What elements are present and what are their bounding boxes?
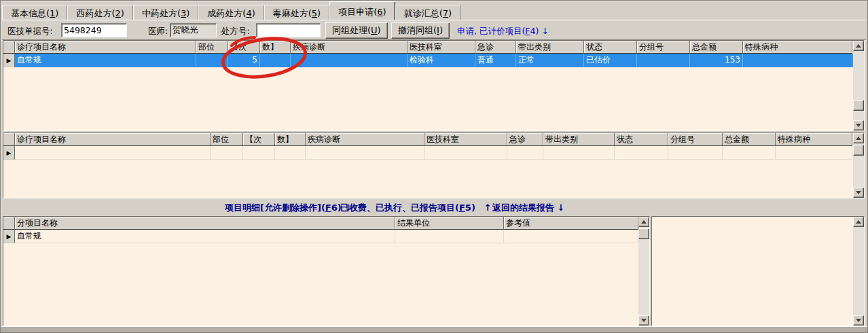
row-marker-cell[interactable]: ▶ [3,146,15,160]
grid-header-cell[interactable]: 部位 [211,133,243,146]
grid-cell[interactable] [668,146,723,160]
scrollbar-thumb[interactable] [853,145,864,156]
applying-items-grid[interactable]: 诊疗项目名称部位【次数】疾病诊断医技科室急诊带出类别状态分组号总金额特殊病种▶ [3,133,865,198]
grid-cell[interactable]: 血常规 [15,230,395,243]
grid-row[interactable]: ▶血常规 [3,230,649,243]
grid-header-cell[interactable]: 医技科室 [424,133,507,146]
grid-header-cell[interactable]: 疾病诊断 [306,133,424,146]
rx-no-label: 处方号: [221,26,250,37]
detail-section-label[interactable]: 项目明细[允许删除操作](F6) ↓ [225,202,352,214]
grid-cell[interactable] [196,54,228,67]
grid-cell[interactable] [211,146,243,160]
doctor-field[interactable] [170,23,217,37]
grid-header-cell[interactable]: 特殊病种 [743,41,852,54]
grid-header-cell[interactable]: 数】 [275,133,306,146]
grid-header-cell[interactable]: 部位 [196,41,228,54]
scroll-up-button[interactable] [853,217,864,227]
priced-items-command-label[interactable]: 申请, 已计价项目(F4) ↓ [457,26,549,37]
same-group-button[interactable]: 同组处理(U) [325,22,388,39]
grid-header-cell[interactable]: 分组号 [668,133,723,146]
grid-header-cell[interactable]: 数】 [260,41,291,54]
grid-cell[interactable]: 5 [228,54,260,67]
grid-header-cell[interactable]: 急诊 [475,41,516,54]
grid-header-cell[interactable]: 分组号 [637,41,690,54]
scroll-down-button[interactable] [638,315,649,326]
scroll-up-button[interactable] [638,217,649,227]
grid-row-selected[interactable]: ▶血常规5检验科普通正常已估价153 [3,54,864,67]
scroll-down-button[interactable] [853,315,864,326]
result-report-panel[interactable] [651,216,865,326]
grid-cell[interactable] [543,146,615,160]
scroll-down-button[interactable] [853,188,864,198]
grid-cell[interactable] [637,54,690,67]
grid-cell[interactable]: 已估价 [584,54,637,67]
vertical-scrollbar[interactable] [853,41,864,130]
grid-header-cell[interactable]: 总金额 [690,41,743,54]
row-marker-cell[interactable]: ▶ [3,230,15,243]
scroll-down-button[interactable] [853,120,864,130]
triangle-up-icon [856,44,861,48]
grid-row[interactable]: ▶ [3,146,864,160]
grid-cell[interactable]: 普通 [475,54,516,67]
grid-header-cell[interactable]: 总金额 [723,133,776,146]
row-marker-cell[interactable]: ▶ [3,54,15,67]
tab-6[interactable]: 项目申请(6) [329,1,395,20]
grid-cell[interactable] [743,54,852,67]
toolbar: 医技单据号: 医师: 处方号: 同组处理(U) 撤消同组(I) 申请, 已计价项… [2,20,866,40]
detail-items-grid[interactable]: 分项目名称结果单位参考值▶血常规 [3,216,650,326]
tab-5[interactable]: 毒麻处方(5) [264,5,329,20]
grid-cell[interactable]: 153 [690,54,743,67]
grid-header-cell[interactable]: 分项目名称 [15,217,395,230]
grid-cell[interactable] [260,54,291,67]
grid-cell[interactable] [504,230,638,243]
grid-header-cell[interactable]: 特殊病种 [776,133,852,146]
priced-items-grid[interactable]: 诊疗项目名称部位【次数】疾病诊断医技科室急诊带出类别状态分组号总金额特殊病种▶血… [3,40,865,131]
grid-cell[interactable] [507,146,543,160]
grid-header-cell[interactable]: 诊疗项目名称 [15,41,196,54]
grid-cell[interactable] [424,146,507,160]
grid-cell[interactable] [723,146,776,160]
charged-section-label[interactable]: 已收费、已执行、已报告项目(F5) ↑ [340,202,492,214]
grid-cell[interactable]: 正常 [516,54,584,67]
grid-header-cell[interactable]: 疾病诊断 [291,41,408,54]
grid-cell[interactable]: 检验科 [408,54,475,67]
tab-2[interactable]: 西药处方(2) [67,5,132,20]
grid-header-cell[interactable]: 带出类别 [516,41,584,54]
grid-header-cell[interactable]: 【次 [228,41,260,54]
grid-header-row: 分项目名称结果单位参考值 [3,217,649,230]
vertical-scrollbar[interactable] [853,133,864,198]
report-section-label[interactable]: 返回的结果报告 ↓ [492,202,564,214]
grid-cell[interactable] [275,146,306,160]
vertical-scrollbar[interactable] [853,217,864,326]
tab-3[interactable]: 中药处方(3) [133,5,198,20]
doc-no-field[interactable] [61,23,127,37]
scrollbar-thumb[interactable] [853,100,864,111]
grid-cell[interactable] [776,146,852,160]
grid-cell[interactable] [243,146,275,160]
tab-4[interactable]: 成药处方(4) [198,5,264,20]
tab-7[interactable]: 就诊汇总(7) [395,5,460,20]
grid-cell[interactable] [306,146,424,160]
grid-cell[interactable] [15,146,211,160]
scroll-up-button[interactable] [853,133,864,143]
grid-header-cell[interactable]: 【次 [243,133,275,146]
rx-no-field[interactable] [256,23,321,37]
tab-1[interactable]: 基本信息(1) [2,5,67,20]
scroll-up-button[interactable] [853,41,864,51]
grid-header-cell[interactable]: 参考值 [504,217,638,230]
grid-cell[interactable] [291,54,408,67]
grid-cell[interactable] [395,230,504,243]
grid-cell[interactable] [615,146,668,160]
grid-header-cell[interactable]: 带出类别 [543,133,615,146]
vertical-scrollbar[interactable] [638,217,649,326]
grid-header-cell[interactable]: 急诊 [507,133,543,146]
grid-header-cell[interactable]: 诊疗项目名称 [15,133,211,146]
grid-header-cell[interactable]: 状态 [615,133,668,146]
scrollbar-thumb[interactable] [638,228,649,239]
grid-header-cell[interactable]: 状态 [584,41,637,54]
grid-header-cell[interactable]: 结果单位 [395,217,504,230]
undo-group-button[interactable]: 撤消同组(I) [391,22,450,39]
grid-header-cell[interactable]: 医技科室 [408,41,475,54]
doctor-label: 医师: [148,26,168,37]
grid-cell[interactable]: 血常规 [15,54,196,67]
